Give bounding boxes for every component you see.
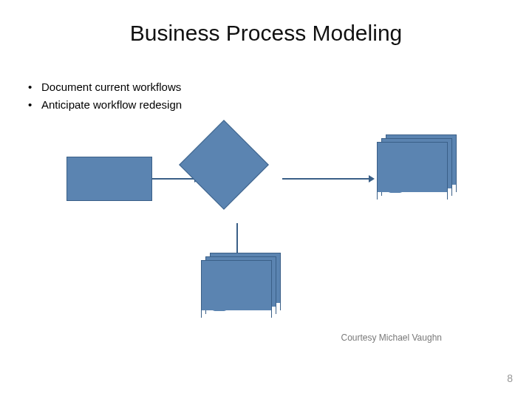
- slide-title: Business Process Modeling: [0, 21, 532, 46]
- process-box: [66, 157, 152, 201]
- connector-arrow: [236, 223, 238, 256]
- decision-diamond: [192, 133, 282, 223]
- flowchart-diagram: [66, 143, 466, 321]
- connector-arrow: [282, 178, 369, 180]
- connector-arrow: [152, 178, 195, 180]
- page-number: 8: [507, 372, 513, 384]
- slide: Business Process Modeling Document curre…: [0, 0, 532, 399]
- bullet-item: Anticipate workflow redesign: [28, 96, 182, 114]
- bullet-list: Document current workflows Anticipate wo…: [28, 78, 182, 114]
- credit-text: Courtesy Michael Vaughn: [341, 332, 442, 343]
- bullet-item: Document current workflows: [28, 78, 182, 96]
